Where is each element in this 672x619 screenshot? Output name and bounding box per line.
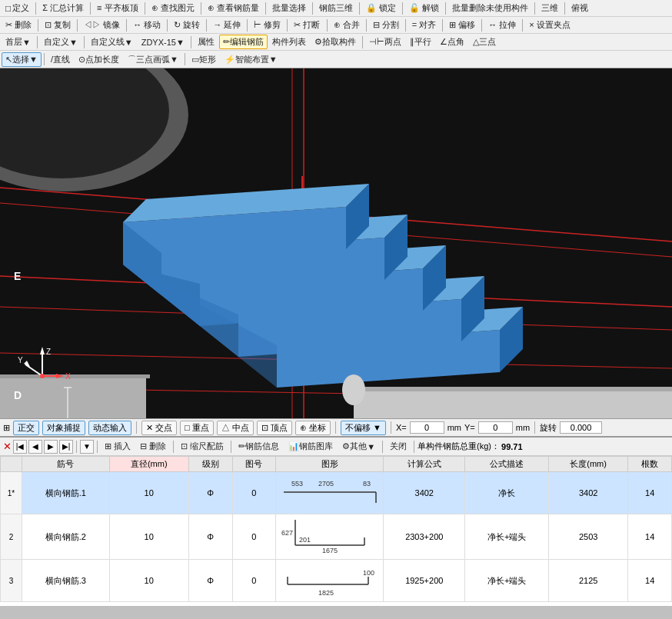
btn-vertex[interactable]: ⊡ 顶点 [257,421,292,435]
tb-pick-part[interactable]: ⚙ 拾取构件 [311,35,360,49]
svg-text:1675: 1675 [322,547,338,554]
tb-parts-list[interactable]: 构件列表 [268,35,310,49]
btn-insert[interactable]: ⊞ 插入 [101,439,135,454]
tb-property[interactable]: 属性 [194,35,218,49]
table-row[interactable]: 3 横向钢筋.3 10 Φ 0 1825 100 [1,560,672,602]
status-bar: ⊞ 正交 对象捕捉 动态输入 ✕ 交点 □ 重点 △ 中点 ⊡ 顶点 ⊕ 坐标 … [0,418,672,437]
tb-offset[interactable]: ⊞ 偏移 [445,18,479,32]
sep12 [38,19,38,32]
rebar-cnt-3: 14 [628,560,672,602]
tb-align[interactable]: = 对齐 [408,18,440,32]
tb-batch-del[interactable]: 批量删除未使用构件 [448,1,532,15]
input-x[interactable] [410,421,444,434]
tb-delete[interactable]: ✂ 删除 [2,18,35,32]
svg-text:553: 553 [291,480,303,488]
svg-rect-36 [354,390,672,418]
tb-move[interactable]: ↔ 移动 [129,18,165,32]
btn-rebar-info[interactable]: ✏ 钢筋信息 [235,439,283,454]
nav-first[interactable]: |◀ [13,440,27,454]
btn-del-row[interactable]: ⊟ 删除 [136,439,170,454]
tb-stretch[interactable]: ↔ 拉伸 [484,18,520,32]
btn-rebar-chart[interactable]: 📊 钢筋图库 [284,439,337,454]
btn-snap[interactable]: 对象捕捉 [42,421,85,435]
tb-rect-draw[interactable]: ▭ 矩形 [188,52,220,67]
tb-3pt[interactable]: △ 三点 [469,35,500,49]
nav-down[interactable]: ▼ [80,440,94,454]
tb-add-len[interactable]: ⊙ 点加长度 [75,52,123,67]
sep-n1 [76,441,77,453]
tb-extend[interactable]: → 延伸 [209,18,245,32]
tb-calc[interactable]: Σ 汇总计算 [38,1,88,15]
viewport[interactable]: E D Z Y X 1400 [0,68,672,418]
close-icon: ✕ [3,441,12,452]
sep8 [402,2,403,15]
input-y[interactable] [478,421,513,434]
table-header-row: 筋号 直径(mm) 级别 图号 图形 计算公式 公式描述 长度(mm) 根数 [1,457,672,472]
btn-dynamic[interactable]: 动态输入 [88,421,131,435]
tb-edit-rebar[interactable]: ✏ 编辑钢筋 [219,35,268,49]
btn-other[interactable]: ⚙ 其他 ▼ [338,439,379,454]
sep28 [362,36,363,48]
tb-merge[interactable]: ⊕ 合并 [330,18,364,32]
th-grade: 级别 [188,457,232,472]
tb-rotate[interactable]: ↻ 旋转 [170,18,204,32]
nav-prev[interactable]: ◀ [28,440,42,454]
tb-rebar-3d[interactable]: 钢筋三维 [315,1,357,15]
tb-copy[interactable]: ⊡ 复制 [41,18,75,32]
sep-n2 [97,441,98,453]
sep30 [185,53,185,65]
nav-last[interactable]: ▶| [59,440,73,454]
tb-both-pts[interactable]: ⊣⊢ 两点 [365,35,405,49]
btn-midpoint2[interactable]: △ 中点 [217,421,254,435]
tb-break[interactable]: ✂ 打断 [290,18,324,32]
table-row[interactable]: 2 横向钢筋.2 10 Φ 0 627 [1,514,672,560]
tb-line-draw[interactable]: / 直线 [47,52,74,67]
tb-batch-select[interactable]: 批量选择 [268,1,310,15]
btn-intersect[interactable]: ✕ 交点 [141,421,177,435]
tb-parallel[interactable]: ∥ 平行 [406,35,435,49]
rebar-grade-1: Φ [188,472,232,514]
tb-align-top[interactable]: ≡ 平齐板顶 [93,1,141,15]
sep10 [534,2,535,15]
input-rotate[interactable] [560,421,602,434]
btn-no-move[interactable]: 不偏移 ▼ [341,421,386,435]
tb-mirror[interactable]: ◁▷ 镜像 [80,18,124,32]
rebar-len-2: 2503 [548,514,627,560]
btn-ortho[interactable]: 正交 [13,421,39,435]
sep29 [44,53,45,65]
tb-split[interactable]: ⊟ 分割 [369,18,403,32]
svg-text:1825: 1825 [318,589,334,597]
sep4 [201,2,201,15]
btn-midpoint1[interactable]: □ 重点 [180,421,214,435]
sep9 [445,2,446,15]
btn-close-table[interactable]: 关闭 [386,439,411,454]
tb-zdyx[interactable]: ZDYX-15 ▼ [138,36,188,48]
tb-arc-draw[interactable]: ⌒ 三点画弧 ▼ [124,52,182,67]
tb-select[interactable]: ↖ 选择 ▼ [2,52,42,67]
rebar-len-1: 3402 [548,472,627,514]
tb-find-elem[interactable]: ⊕ 查找图元 [148,1,198,15]
rebar-formula-2: 2303+200 [384,514,465,560]
rebar-shapenum-1: 0 [232,472,276,514]
nav-row: ✕ |◀ ◀ ▶ ▶| ▼ ⊞ 插入 ⊟ 删除 ⊡ 缩尺配筋 ✏ 钢筋信息 📊 … [0,438,672,456]
nav-next[interactable]: ▶ [44,440,58,454]
tb-custom-line[interactable]: 自定义线 ▼ [87,35,137,49]
tb-trim[interactable]: ⊢ 修剪 [250,18,284,32]
tb-layer[interactable]: 首层 ▼ [2,35,35,49]
tb-top-view[interactable]: 俯视 [567,1,592,15]
tb-set-grip[interactable]: × 设置夹点 [525,18,574,32]
tb-unlock[interactable]: 🔓 解锁 [405,1,443,15]
tb-lock[interactable]: 🔒 锁定 [362,1,400,15]
tb-define[interactable]: □定义 [2,1,33,15]
tb-smart-layout[interactable]: ⚡ 智能布置 ▼ [221,52,281,67]
tb-3d[interactable]: 三维 [537,1,562,15]
btn-scale-layout[interactable]: ⊡ 缩尺配筋 [177,439,228,454]
tb-view-rebar[interactable]: ⊕ 查看钢筋量 [204,1,263,15]
rebar-shape-2: 627 201 1675 [276,514,384,560]
tb-custom[interactable]: 自定义 ▼ [40,35,82,49]
rebar-dia-1: 10 [109,472,188,514]
viewport-label-d: D [14,389,22,401]
btn-coord[interactable]: ⊕ 坐标 [295,421,331,435]
table-row[interactable]: 1* 横向钢筋.1 10 Φ 0 553 2705 83 [1,472,672,514]
tb-pt-angle[interactable]: ∠ 点角 [436,35,468,49]
